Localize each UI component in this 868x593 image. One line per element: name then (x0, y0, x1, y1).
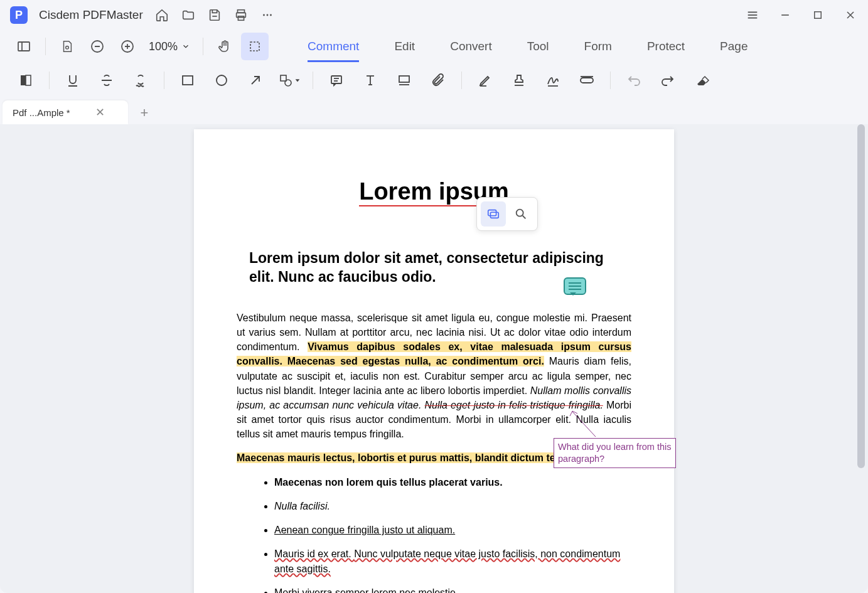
svg-rect-2 (238, 16, 244, 20)
arrow-tool-icon[interactable] (240, 67, 271, 94)
file-tab-strip: Pdf ...Ample * ✕ + (0, 98, 868, 124)
sidebar-toggle-icon[interactable] (10, 33, 38, 60)
svg-rect-45 (488, 210, 496, 216)
divider (313, 72, 313, 89)
rectangle-tool-icon[interactable] (172, 67, 203, 94)
svg-point-4 (266, 14, 268, 16)
comment-note-icon[interactable] (564, 277, 586, 295)
list-item: Mauris id ex erat. Nunc vulputate neque … (274, 547, 631, 577)
tab-page[interactable]: Page (702, 32, 765, 61)
page-settings-icon[interactable] (53, 33, 81, 60)
tab-comment[interactable]: Comment (290, 32, 377, 61)
maximize-icon[interactable] (810, 8, 825, 23)
divider (45, 38, 46, 55)
zoom-in-icon[interactable] (114, 33, 141, 60)
scrollbar-thumb[interactable] (857, 124, 865, 468)
zoom-level[interactable]: 100% (144, 40, 195, 53)
svg-point-3 (263, 14, 265, 16)
callout-tool-icon[interactable] (388, 67, 420, 94)
svg-rect-32 (331, 76, 341, 83)
tab-protect[interactable]: Protect (630, 32, 702, 61)
circle-tool-icon[interactable] (206, 67, 237, 94)
comment-popup-icon[interactable] (481, 201, 506, 227)
divider (164, 72, 164, 89)
highlight-tool-icon[interactable] (10, 67, 41, 94)
app-title: Cisdem PDFMaster (39, 8, 143, 22)
strikethrough-tool-icon[interactable] (91, 67, 122, 94)
minimize-icon[interactable] (778, 8, 793, 23)
shapes-tool-icon[interactable] (274, 67, 305, 94)
svg-rect-22 (21, 75, 26, 85)
more-icon[interactable] (260, 8, 275, 23)
svg-point-47 (517, 210, 523, 216)
svg-rect-13 (18, 42, 29, 51)
save-icon[interactable] (207, 8, 222, 23)
divider (610, 72, 611, 89)
eraser-tool-icon[interactable] (686, 67, 717, 94)
redo-icon[interactable] (652, 67, 683, 94)
file-tab[interactable]: Pdf ...Ample * ✕ (3, 100, 128, 124)
home-icon[interactable] (154, 8, 169, 23)
list-item: Morbi viverra semper lorem nec molestie. (274, 585, 631, 593)
link-tool-icon[interactable] (571, 67, 603, 94)
document-list: Maecenas non lorem quis tellus placerat … (237, 475, 631, 593)
menu-icon[interactable] (745, 8, 760, 23)
tab-close-icon[interactable]: ✕ (95, 105, 105, 119)
svg-rect-10 (815, 12, 822, 19)
tab-tool[interactable]: Tool (510, 32, 567, 61)
svg-point-27 (217, 75, 227, 85)
svg-rect-23 (26, 75, 31, 85)
svg-rect-38 (399, 76, 409, 82)
annotation-arrow-icon (567, 409, 599, 440)
main-tabs: Comment Edit Convert Tool Form Protect P… (290, 32, 765, 61)
search-popup-icon[interactable] (508, 201, 533, 227)
title-bar: P Cisdem PDFMaster (0, 0, 868, 30)
list-item: Nulla facilisi. (274, 499, 631, 514)
svg-rect-43 (581, 78, 593, 83)
close-icon[interactable] (843, 8, 858, 23)
vertical-scrollbar[interactable] (857, 124, 866, 589)
chevron-down-icon (181, 42, 190, 51)
tab-convert[interactable]: Convert (432, 32, 510, 61)
selection-toolbar (476, 197, 538, 231)
stamp-tool-icon[interactable] (503, 67, 535, 94)
note-tool-icon[interactable] (321, 67, 352, 94)
tab-add-button[interactable]: + (133, 102, 156, 124)
tab-edit[interactable]: Edit (377, 32, 432, 61)
svg-rect-46 (490, 212, 498, 218)
zoom-out-icon[interactable] (83, 33, 111, 60)
app-logo: P (10, 6, 28, 24)
svg-point-15 (66, 46, 69, 50)
divider (49, 72, 50, 89)
pdf-page: Lorem ipsum Lorem ipsum dolor sit amet, … (194, 129, 674, 593)
list-item: Aenean congue fringilla justo ut aliquam… (274, 523, 631, 538)
svg-line-28 (252, 77, 259, 84)
underline-tool-icon[interactable] (57, 67, 88, 94)
pencil-tool-icon[interactable] (469, 67, 501, 94)
svg-rect-21 (250, 42, 259, 51)
open-folder-icon[interactable] (181, 8, 196, 23)
file-tab-label: Pdf ...Ample * (13, 107, 70, 118)
tab-form[interactable]: Form (567, 32, 630, 61)
document-canvas[interactable]: Lorem ipsum Lorem ipsum dolor sit amet, … (0, 124, 868, 593)
attachment-tool-icon[interactable] (422, 67, 454, 94)
svg-point-5 (270, 14, 272, 16)
annotation-callout[interactable]: What did you learn from this paragraph? (554, 438, 676, 468)
signature-tool-icon[interactable] (537, 67, 569, 94)
divider (461, 72, 462, 89)
divider (203, 38, 203, 55)
hand-tool-icon[interactable] (211, 33, 238, 60)
svg-marker-31 (296, 79, 300, 82)
svg-rect-29 (281, 75, 286, 81)
svg-line-49 (572, 412, 596, 437)
list-item: Maecenas non lorem quis tellus placerat … (274, 475, 631, 490)
comment-toolbar (0, 63, 868, 98)
highlighted-line: Maecenas mauris lectus, lobortis et puru… (237, 452, 576, 463)
print-icon[interactable] (233, 8, 249, 23)
select-tool-icon[interactable] (241, 33, 269, 60)
squiggly-tool-icon[interactable] (125, 67, 156, 94)
text-tool-icon[interactable] (355, 67, 386, 94)
svg-point-30 (285, 80, 291, 86)
undo-icon[interactable] (618, 67, 650, 94)
main-toolbar: 100% Comment Edit Convert Tool Form Prot… (0, 30, 868, 63)
